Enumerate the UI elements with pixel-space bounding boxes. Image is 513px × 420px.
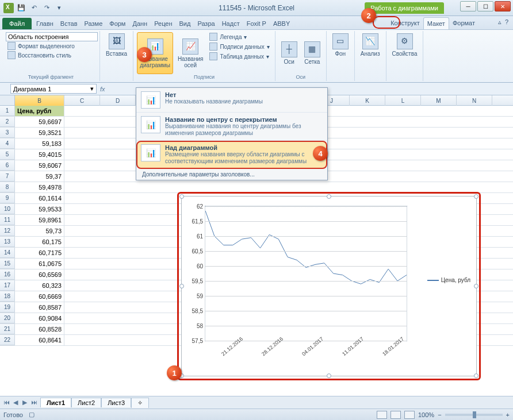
tab-home[interactable]: Главн (33, 18, 57, 29)
row-header[interactable]: 11 (0, 215, 15, 225)
zoom-slider[interactable] (445, 414, 503, 416)
row-header[interactable]: 19 (0, 302, 15, 313)
cell-B8[interactable]: 59,4978 (15, 182, 64, 192)
new-sheet-button[interactable]: ✧ (131, 398, 149, 408)
row-header[interactable]: 9 (0, 193, 15, 203)
cell-B4[interactable]: 59,183 (15, 138, 64, 149)
cell-B19[interactable]: 60,8587 (15, 302, 64, 313)
background-button[interactable]: ▭Фон (330, 32, 351, 58)
tab-view[interactable]: Вид (176, 18, 194, 29)
row-header[interactable]: 14 (0, 248, 15, 258)
row-header[interactable]: 4 (0, 138, 15, 149)
sheet-tab-1[interactable]: Лист1 (40, 398, 71, 407)
axis-titles-button[interactable]: 📈Названия осей (175, 32, 206, 74)
tab-insert[interactable]: Встав (57, 18, 81, 29)
row-header[interactable]: 18 (0, 291, 15, 302)
format-selection-button[interactable]: Формат выделенного (6, 41, 96, 51)
sheet-nav-first[interactable]: ⏮ (2, 399, 10, 406)
resize-handle-w[interactable] (179, 284, 184, 288)
col-header-M[interactable]: M (421, 95, 457, 106)
sheet-nav-last[interactable]: ⏭ (30, 399, 38, 406)
view-pagebreak-button[interactable] (404, 411, 415, 419)
data-labels-button[interactable]: Подписи данных ▾ (208, 42, 271, 51)
tab-formulas[interactable]: Форм (106, 18, 129, 29)
axes-button[interactable]: ┼Оси (279, 32, 300, 74)
cell-B9[interactable]: 60,1614 (15, 193, 64, 203)
legend-button[interactable]: Легенда ▾ (208, 32, 271, 41)
row-header[interactable]: 1 (0, 106, 15, 116)
row-header[interactable]: 21 (0, 324, 15, 334)
zoom-thumb[interactable] (473, 411, 476, 418)
chart-element-selector[interactable] (6, 32, 98, 41)
undo-button[interactable]: ↶ (29, 3, 39, 13)
row-header[interactable]: 6 (0, 160, 15, 171)
tab-pagelayout[interactable]: Разме (81, 18, 106, 29)
dd-option-overlay[interactable]: 📊 Название по центру с перекрытиемВыравн… (136, 113, 327, 141)
dd-option-above[interactable]: 📊 Над диаграммойРазмещение названия ввер… (136, 141, 327, 169)
gridlines-button[interactable]: ▦Сетка (302, 32, 323, 74)
data-table-button[interactable]: Таблица данных ▾ (208, 52, 271, 61)
help-icon[interactable]: ? (505, 18, 508, 26)
resize-handle-nw[interactable] (179, 194, 184, 199)
cell-B7[interactable]: 59,37 (15, 171, 64, 182)
chart-object[interactable]: 6261,56160,56059,55958,55857,521.12.2016… (177, 192, 481, 380)
cell-B10[interactable]: 59,9533 (15, 204, 64, 214)
name-box[interactable]: Диаграмма 1▾ (10, 84, 97, 94)
cell-B6[interactable]: 59,6067 (15, 160, 64, 171)
cell-B11[interactable]: 59,8961 (15, 215, 64, 225)
cell-B5[interactable]: 59,4015 (15, 149, 64, 160)
row-header[interactable]: 16 (0, 269, 15, 280)
chart-area[interactable]: 6261,56160,56059,55958,55857,521.12.2016… (181, 196, 477, 376)
cell-B20[interactable]: 60,9084 (15, 313, 64, 323)
chart-legend[interactable]: Цена, рубл (427, 277, 470, 283)
row-header[interactable]: 3 (0, 128, 15, 138)
col-header-L[interactable]: L (385, 95, 421, 106)
row-header[interactable]: 13 (0, 237, 15, 247)
row-header[interactable]: 10 (0, 204, 15, 214)
zoom-level[interactable]: 100% (418, 411, 434, 418)
analysis-button[interactable]: 📉Анализ (358, 32, 382, 58)
col-header-K[interactable]: K (350, 95, 385, 106)
col-header-B[interactable]: B (15, 95, 64, 106)
row-header[interactable]: 7 (0, 171, 15, 182)
save-button[interactable]: 💾 (16, 3, 26, 13)
tab-chart-format[interactable]: Формат (449, 17, 478, 29)
col-header-N[interactable]: N (457, 95, 492, 106)
fx-icon[interactable]: fx (100, 86, 105, 93)
col-header-D[interactable]: D (100, 95, 136, 106)
resize-handle-se[interactable] (474, 373, 478, 378)
view-pagelayout-button[interactable] (391, 411, 401, 419)
zoom-in-button[interactable]: + (506, 411, 510, 418)
resize-handle-ne[interactable] (474, 194, 478, 199)
resize-handle-e[interactable] (474, 284, 478, 288)
plot-area[interactable]: 6261,56160,56059,55958,55857,521.12.2016… (205, 206, 407, 341)
row-header[interactable]: 8 (0, 182, 15, 192)
minimize-button[interactable]: ─ (460, 1, 476, 11)
maximize-button[interactable]: ☐ (477, 1, 493, 11)
row-header[interactable]: 17 (0, 280, 15, 291)
properties-button[interactable]: ⚙Свойства (390, 32, 420, 58)
row-header[interactable]: 12 (0, 226, 15, 236)
resize-handle-s[interactable] (327, 373, 331, 378)
cell-B14[interactable]: 60,7175 (15, 248, 64, 258)
tab-foxit[interactable]: Foxit P (243, 18, 270, 29)
cell-B2[interactable]: 59,6697 (15, 117, 64, 127)
tab-review[interactable]: Рецен (151, 18, 175, 29)
tab-data[interactable]: Данн (129, 18, 151, 29)
macro-record-icon[interactable]: ▢ (29, 411, 35, 418)
zoom-out-button[interactable]: − (438, 411, 441, 418)
row-header[interactable]: 22 (0, 335, 15, 345)
qat-more-icon[interactable]: ▾ (54, 3, 64, 13)
row-header[interactable]: 20 (0, 313, 15, 323)
reset-style-button[interactable]: Восстановить стиль (6, 51, 96, 60)
sheet-nav-next[interactable]: ▶ (21, 399, 29, 406)
cell-B15[interactable]: 61,0675 (15, 259, 64, 269)
sheet-nav-prev[interactable]: ◀ (12, 399, 20, 406)
row-header[interactable]: 5 (0, 149, 15, 160)
cell-B18[interactable]: 60,6669 (15, 291, 64, 302)
row-header[interactable]: 2 (0, 117, 15, 127)
cell-B3[interactable]: 59,3521 (15, 128, 64, 138)
resize-handle-n[interactable] (327, 194, 331, 199)
sheet-tab-2[interactable]: Лист2 (71, 398, 101, 407)
file-tab[interactable]: Файл (2, 18, 32, 29)
